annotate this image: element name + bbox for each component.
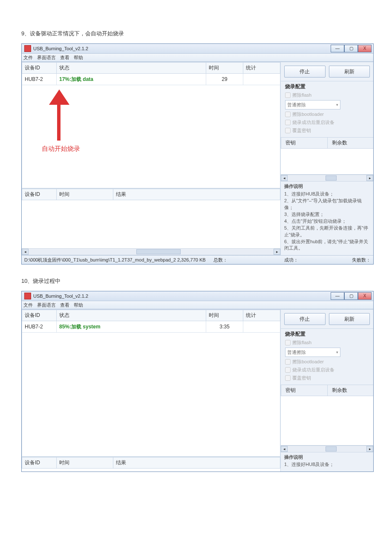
titlebar[interactable]: USB_Burning_Tool_v2.1.2 — ▢ X [22, 44, 373, 54]
menu-file[interactable]: 文件 [23, 302, 33, 308]
left-pane: 设备ID 状态 时间 统计 HUB7-2 85%:加载 system 3:35 [22, 310, 280, 472]
instr-line: 1、连接好HUB及设备； [284, 461, 370, 468]
instr-line: 5、关闭工具前，先断开设备连接，再"停止"烧录。 [284, 225, 370, 239]
key-hscroll[interactable]: ◂ ▸ [281, 446, 373, 452]
result-pane: 设备ID 时间 结果 [22, 457, 280, 472]
config-body: 擦除flash 普通擦除 ▾ 擦除bootloader 烧录成功后重启设备 覆盖… [281, 91, 373, 137]
stop-button[interactable]: 停止 [284, 66, 326, 78]
scroll-left-icon[interactable]: ◂ [22, 249, 29, 255]
device-row[interactable]: HUB7-2 17%:加载 data 29 [22, 74, 280, 85]
menu-help[interactable]: 帮助 [74, 302, 83, 308]
col-status[interactable]: 状态 [57, 310, 206, 321]
titlebar[interactable]: USB_Burning_Tool_v2.1.2 — ▢ X [22, 291, 373, 301]
col-time[interactable]: 时间 [206, 63, 243, 74]
key-area [281, 149, 373, 175]
key-col-remain[interactable]: 剩余数 [327, 385, 374, 396]
result-pane: 设备ID 时间 结果 [22, 188, 280, 248]
maximize-button[interactable]: ▢ [344, 292, 358, 300]
key-col-remain[interactable]: 剩余数 [327, 138, 374, 148]
col-devid2[interactable]: 设备ID [22, 189, 57, 200]
scroll-thumb[interactable] [326, 175, 337, 181]
instr-line: 4、点击"开始"按钮启动烧录； [284, 218, 370, 225]
col-result[interactable]: 结果 [113, 189, 280, 200]
scroll-left-icon[interactable]: ◂ [281, 446, 288, 452]
menu-view[interactable]: 查看 [60, 302, 69, 308]
opt-reboot-after[interactable]: 烧录成功后重启设备 [285, 119, 369, 126]
opt-erase-flash[interactable]: 擦除flash [285, 339, 369, 346]
key-col-key[interactable]: 密钥 [281, 385, 327, 396]
opt-erase-bootloader[interactable]: 擦除bootloader [285, 359, 369, 365]
instr-line: 1、连接好HUB及设备； [284, 191, 370, 198]
menu-lang[interactable]: 界面语言 [37, 302, 56, 308]
window-title: USB_Burning_Tool_v2.1.2 [33, 46, 88, 51]
status-path: D:\000机顶盒固件\000_T1\usb_burn\img\T1_1.2T3… [24, 257, 206, 263]
menu-view[interactable]: 查看 [60, 55, 69, 61]
instr-line: 2、从"文件"–"导入烧录包"加载烧录镜像； [284, 198, 370, 211]
minimize-button[interactable]: — [331, 45, 344, 52]
refresh-button[interactable]: 刷新 [329, 313, 370, 325]
col-time2[interactable]: 时间 [57, 189, 113, 200]
instructions: 操作说明 1、连接好HUB及设备； [281, 452, 373, 472]
scroll-right-icon[interactable]: ▸ [366, 175, 373, 181]
erase-mode-select[interactable]: 普通擦除 ▾ [285, 100, 340, 109]
cell-time: 3:35 [206, 321, 243, 333]
minimize-button[interactable]: — [331, 292, 344, 300]
caption-step-10: 10、烧录过程中 [21, 277, 392, 285]
instr-title: 操作说明 [284, 183, 370, 190]
col-time2[interactable]: 时间 [57, 457, 113, 469]
cell-devid: HUB7-2 [22, 321, 57, 333]
menu-help[interactable]: 帮助 [74, 55, 83, 61]
col-devid[interactable]: 设备ID [22, 310, 57, 321]
key-col-key[interactable]: 密钥 [281, 138, 327, 148]
caption-step-9: 9、设备驱动正常情况下，会自动开始烧录 [21, 30, 392, 37]
col-status[interactable]: 状态 [57, 63, 206, 74]
opt-reboot-after[interactable]: 烧录成功后重启设备 [285, 367, 369, 373]
key-columns: 密钥 剩余数 [281, 385, 373, 396]
scroll-left-icon[interactable]: ◂ [281, 175, 288, 181]
col-result[interactable]: 结果 [113, 457, 280, 469]
menu-file[interactable]: 文件 [23, 55, 33, 61]
maximize-button[interactable]: ▢ [344, 45, 358, 52]
mid-area [22, 333, 280, 457]
col-stat[interactable]: 统计 [243, 310, 280, 321]
menubar: 文件 界面语言 查看 帮助 [22, 54, 373, 62]
col-time[interactable]: 时间 [206, 310, 243, 321]
erase-mode-select[interactable]: 普通擦除 ▾ [285, 348, 340, 357]
opt-override-key[interactable]: 覆盖密钥 [285, 127, 369, 134]
close-button[interactable]: X [358, 45, 372, 52]
left-pane: 设备ID 状态 时间 统计 HUB7-2 17%:加载 data 29 [22, 62, 280, 255]
key-hscroll[interactable]: ◂ ▸ [281, 175, 373, 181]
cell-status: 17%:加载 data [57, 74, 206, 85]
close-button[interactable]: X [358, 292, 372, 300]
opt-erase-bootloader[interactable]: 擦除bootloader [285, 111, 369, 118]
opt-override-key[interactable]: 覆盖密钥 [285, 375, 369, 381]
refresh-button[interactable]: 刷新 [329, 66, 370, 78]
mid-area: 自动开始烧录 [22, 85, 280, 188]
menu-lang[interactable]: 界面语言 [37, 55, 56, 61]
col-stat[interactable]: 统计 [243, 63, 280, 74]
chevron-down-icon: ▾ [336, 350, 338, 354]
scroll-thumb[interactable] [326, 446, 337, 451]
app-icon [24, 293, 31, 299]
status-fail: 失败数： [352, 257, 371, 263]
scroll-right-icon[interactable]: ▸ [366, 446, 373, 452]
col-devid2[interactable]: 设备ID [22, 457, 57, 469]
app-window-1: USB_Burning_Tool_v2.1.2 — ▢ X 文件 界面语言 查看… [21, 43, 374, 265]
scroll-thumb[interactable] [136, 249, 181, 254]
stop-button[interactable]: 停止 [284, 313, 326, 325]
opt-erase-flash[interactable]: 擦除flash [285, 92, 369, 98]
key-area [281, 396, 373, 445]
app-window-2: USB_Burning_Tool_v2.1.2 — ▢ X 文件 界面语言 查看… [21, 291, 374, 472]
device-row[interactable]: HUB7-2 85%:加载 system 3:35 [22, 321, 280, 333]
device-table: 设备ID 状态 时间 统计 HUB7-2 85%:加载 system 3:35 [22, 310, 280, 333]
results-hscroll[interactable]: ◂ ▸ [22, 248, 280, 255]
col-devid[interactable]: 设备ID [22, 63, 57, 74]
right-pane: 停止 刷新 烧录配置 擦除flash 普通擦除 ▾ 擦除bootloader 烧… [280, 310, 373, 472]
status-success: 成功： [284, 257, 298, 263]
scroll-right-icon[interactable]: ▸ [274, 249, 280, 255]
menubar: 文件 界面语言 查看 帮助 [22, 301, 373, 309]
cell-stat [243, 321, 280, 333]
cell-time: 29 [206, 74, 243, 85]
device-table: 设备ID 状态 时间 统计 HUB7-2 17%:加载 data 29 [22, 62, 280, 85]
statusbar: D:\000机顶盒固件\000_T1\usb_burn\img\T1_1.2T3… [22, 255, 373, 264]
